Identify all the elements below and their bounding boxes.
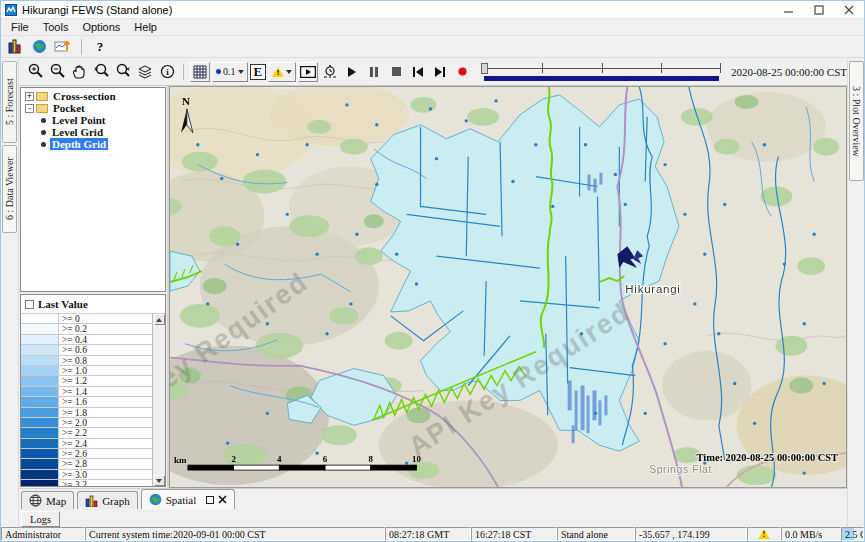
tree-item-cross-section[interactable]: + Cross-section bbox=[25, 90, 165, 102]
close-icon[interactable] bbox=[834, 1, 864, 18]
time-slider-range-bar bbox=[484, 76, 719, 81]
record-button[interactable] bbox=[452, 62, 472, 82]
legend-row[interactable]: >= 0.8 bbox=[21, 356, 152, 366]
legend-row[interactable]: >= 2.8 bbox=[21, 459, 152, 469]
legend-row-label: >= 2.2 bbox=[59, 428, 90, 437]
svg-text:i: i bbox=[166, 67, 169, 77]
scroll-down-icon[interactable] bbox=[154, 475, 165, 486]
map-display-globe-icon[interactable] bbox=[29, 37, 49, 57]
node-bullet-icon bbox=[41, 118, 46, 123]
time-slider[interactable] bbox=[482, 61, 721, 83]
menu-file[interactable]: File bbox=[4, 20, 36, 34]
tab-map[interactable]: Map bbox=[21, 491, 74, 509]
menu-help[interactable]: Help bbox=[127, 20, 164, 34]
legend-row[interactable]: >= 0 bbox=[21, 314, 152, 324]
step-forward-button[interactable] bbox=[430, 62, 450, 82]
place-label-springs-flat: Springs Flat bbox=[649, 464, 712, 475]
legend-row[interactable]: >= 3.2 bbox=[21, 480, 152, 486]
legend-color-swatch bbox=[21, 408, 59, 417]
animation-movie-button[interactable] bbox=[298, 62, 318, 82]
title-bar[interactable]: Hikurangi FEWS (Stand alone) bbox=[1, 1, 864, 19]
zoom-next-icon[interactable] bbox=[113, 62, 133, 82]
tree-item-level-point[interactable]: Level Point bbox=[25, 114, 165, 126]
legend-row[interactable]: >= 0.4 bbox=[21, 335, 152, 345]
svg-text:6: 6 bbox=[323, 454, 328, 464]
spatial-map[interactable]: API Key Required API Key Required Hikura… bbox=[169, 86, 847, 488]
tab-plot-overview[interactable]: 3 : Plot Overview bbox=[849, 61, 864, 181]
minimize-icon[interactable] bbox=[774, 1, 804, 18]
help-button[interactable]: ? bbox=[90, 37, 110, 57]
legend-row[interactable]: >= 2.4 bbox=[21, 439, 152, 449]
menu-bar: File Tools Options Help bbox=[1, 19, 864, 36]
legend-row-label: >= 1.4 bbox=[59, 387, 90, 396]
legend-color-swatch bbox=[21, 366, 59, 375]
legend-scrollbar[interactable] bbox=[152, 314, 165, 486]
toolbar-separator bbox=[81, 39, 82, 55]
zoom-in-icon[interactable] bbox=[25, 62, 45, 82]
scroll-up-icon[interactable] bbox=[154, 314, 165, 325]
right-tab-strip: 3 : Plot Overview bbox=[847, 59, 864, 527]
svg-text:N: N bbox=[182, 95, 190, 107]
show-grid-button[interactable] bbox=[190, 62, 210, 82]
data-viewer-panel: + Cross-section - Pocket Level Point bbox=[19, 86, 169, 488]
left-tab-strip: 5 : Forecast 6 : Data Viewer bbox=[1, 59, 19, 527]
legend-header-label: Last Value bbox=[38, 298, 88, 310]
tab-graph[interactable]: Graph bbox=[77, 491, 138, 509]
legend-row[interactable]: >= 1.4 bbox=[21, 387, 152, 397]
tree-item-level-grid[interactable]: Level Grid bbox=[25, 126, 165, 138]
legend-row[interactable]: >= 2.2 bbox=[21, 428, 152, 438]
legend-row[interactable]: >= 0.6 bbox=[21, 345, 152, 355]
expand-icon[interactable]: + bbox=[25, 92, 34, 101]
legend-row[interactable]: >= 0.2 bbox=[21, 324, 152, 334]
tab-data-viewer[interactable]: 6 : Data Viewer bbox=[2, 145, 17, 233]
timeseries-chart-icon[interactable] bbox=[53, 37, 73, 57]
thresholds-dropdown[interactable] bbox=[268, 62, 296, 82]
panel-maximize-icon[interactable] bbox=[206, 496, 214, 504]
step-back-button[interactable] bbox=[408, 62, 428, 82]
warning-triangle-icon bbox=[272, 67, 284, 77]
app-icon bbox=[5, 4, 17, 16]
chevron-down-icon bbox=[238, 70, 244, 74]
legend-row[interactable]: >= 2.0 bbox=[21, 418, 152, 428]
legend-panel: Last Value >= 0 >= 0.2 >= 0.4 >= 0.6 >= … bbox=[20, 294, 166, 487]
collapse-icon[interactable]: - bbox=[25, 104, 34, 113]
menu-tools[interactable]: Tools bbox=[36, 20, 76, 34]
legend-row[interactable]: >= 1.0 bbox=[21, 366, 152, 376]
svg-text:8: 8 bbox=[369, 454, 374, 464]
time-slider-handle[interactable] bbox=[481, 63, 488, 74]
node-bullet-icon bbox=[41, 130, 46, 135]
tab-forecast[interactable]: 5 : Forecast bbox=[2, 61, 17, 143]
tree-item-depth-grid[interactable]: Depth Grid bbox=[25, 138, 165, 150]
classification-dropdown[interactable]: 0.1 bbox=[212, 62, 248, 82]
zoom-previous-icon[interactable] bbox=[91, 62, 111, 82]
layers-icon[interactable] bbox=[135, 62, 155, 82]
timestep-clock-icon[interactable] bbox=[320, 62, 340, 82]
legend-color-swatch bbox=[21, 356, 59, 365]
tab-spatial[interactable]: Spatial bbox=[141, 489, 236, 509]
database-viewer-icon[interactable] bbox=[5, 37, 25, 57]
legend-row[interactable]: >= 1.6 bbox=[21, 397, 152, 407]
node-bullet-icon bbox=[41, 142, 46, 147]
legend-row-label: >= 1.6 bbox=[59, 397, 90, 406]
legend-row[interactable]: >= 3.0 bbox=[21, 470, 152, 480]
legend-color-swatch bbox=[21, 335, 59, 344]
pan-hand-icon[interactable] bbox=[69, 62, 89, 82]
show-legend-button[interactable]: E bbox=[250, 64, 267, 80]
play-button[interactable] bbox=[342, 62, 362, 82]
logs-button[interactable]: Logs bbox=[21, 511, 60, 527]
map-canvas[interactable]: API Key Required API Key Required Hikura… bbox=[170, 87, 846, 487]
zoom-out-icon[interactable] bbox=[47, 62, 67, 82]
status-memory: 2.5 GB bbox=[841, 527, 864, 541]
last-value-checkbox[interactable] bbox=[25, 300, 34, 309]
legend-row[interactable]: >= 1.2 bbox=[21, 376, 152, 386]
legend-row[interactable]: >= 2.6 bbox=[21, 449, 152, 459]
status-warning-cell[interactable] bbox=[747, 527, 781, 541]
legend-row[interactable]: >= 1.8 bbox=[21, 408, 152, 418]
stop-button[interactable] bbox=[386, 62, 406, 82]
maximize-icon[interactable] bbox=[804, 1, 834, 18]
pause-button[interactable] bbox=[364, 62, 384, 82]
tree-item-pocket[interactable]: - Pocket bbox=[25, 102, 165, 114]
panel-close-icon[interactable] bbox=[218, 495, 227, 504]
menu-options[interactable]: Options bbox=[75, 20, 127, 34]
info-icon[interactable]: i bbox=[157, 62, 177, 82]
